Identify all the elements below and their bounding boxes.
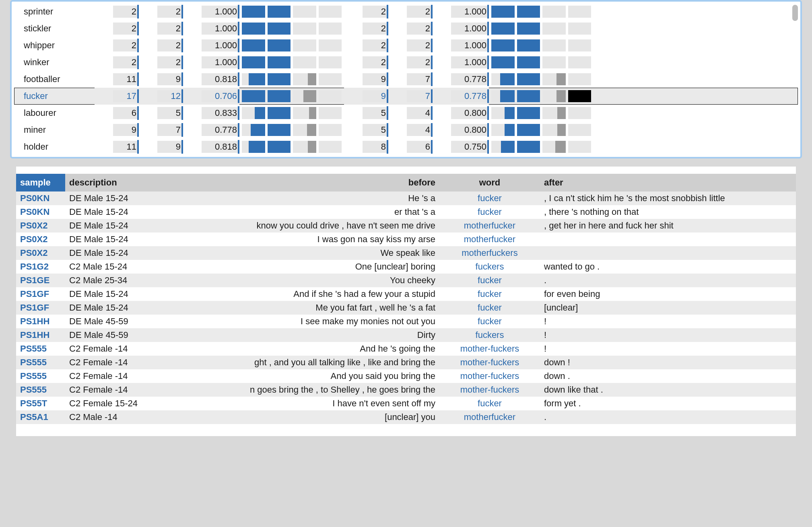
header-description[interactable]: description bbox=[65, 174, 178, 191]
frequency-bars bbox=[489, 3, 594, 20]
header-sample[interactable]: sample bbox=[16, 174, 65, 191]
frequency-bars bbox=[489, 37, 594, 54]
sample-id[interactable]: PS0KN bbox=[16, 191, 65, 205]
context-before: And you said you bring the bbox=[178, 369, 439, 383]
keyword[interactable]: motherfucker bbox=[439, 233, 540, 246]
keyword[interactable]: fucker bbox=[439, 301, 540, 315]
concordance-row[interactable]: PS5A1C2 Male -14[unclear] youmotherfucke… bbox=[16, 410, 796, 424]
sample-id[interactable]: PS0KN bbox=[16, 205, 65, 219]
frequency-term: labourer bbox=[14, 105, 95, 121]
description: C2 Female -14 bbox=[65, 356, 178, 369]
concordance-row[interactable]: PS0KNDE Male 15-24er that 's afucker, th… bbox=[16, 205, 796, 219]
description: C2 Male -14 bbox=[65, 410, 178, 424]
frequency-row[interactable]: stickler221.000221.000 bbox=[14, 20, 798, 37]
frequency-value: 4 bbox=[388, 105, 433, 121]
sample-id[interactable]: PS0X2 bbox=[16, 219, 65, 233]
context-after: . bbox=[540, 410, 796, 424]
frequency-value: 0.706 bbox=[183, 88, 239, 105]
frequency-row[interactable]: miner970.778540.800 bbox=[14, 121, 798, 138]
sample-id[interactable]: PS1GE bbox=[16, 274, 65, 287]
concordance-row[interactable]: PS1HHDE Male 45-59I see make my monies n… bbox=[16, 315, 796, 328]
header-word[interactable]: word bbox=[439, 174, 540, 191]
sample-id[interactable]: PS0X2 bbox=[16, 246, 65, 260]
frequency-value: 2 bbox=[344, 20, 388, 37]
context-after bbox=[540, 246, 796, 260]
frequency-row[interactable]: labourer650.833540.800 bbox=[14, 105, 798, 121]
frequency-row[interactable]: footballer1190.818970.778 bbox=[14, 71, 798, 88]
frequency-value: 1.000 bbox=[183, 37, 239, 54]
sample-id[interactable]: PS0X2 bbox=[16, 233, 65, 246]
sample-id[interactable]: PS555 bbox=[16, 356, 65, 369]
frequency-row[interactable]: fucker17120.706970.778 bbox=[14, 88, 798, 105]
concordance-row[interactable]: PS1GFDE Male 15-24Me you fat fart , well… bbox=[16, 301, 796, 315]
frequency-term: sprinter bbox=[14, 3, 95, 20]
frequency-value: 1.000 bbox=[433, 54, 489, 71]
concordance-row[interactable]: PS555C2 Female -14And he 's going themot… bbox=[16, 342, 796, 356]
concordance-row[interactable]: PS1G2C2 Male 15-24One [unclear] boringfu… bbox=[16, 260, 796, 274]
description: DE Male 15-24 bbox=[65, 205, 178, 219]
frequency-value: 2 bbox=[139, 3, 183, 20]
frequency-row[interactable]: whipper221.000221.000 bbox=[14, 37, 798, 54]
concordance-row[interactable]: PS0X2DE Male 15-24I was gon na say kiss … bbox=[16, 233, 796, 246]
keyword[interactable]: mother-fuckers bbox=[439, 342, 540, 356]
keyword[interactable]: fucker bbox=[439, 315, 540, 328]
sample-id[interactable]: PS1G2 bbox=[16, 260, 65, 274]
scrollbar-thumb[interactable] bbox=[792, 5, 798, 21]
keyword[interactable]: fucker bbox=[439, 287, 540, 301]
context-after: wanted to go . bbox=[540, 260, 796, 274]
keyword[interactable]: motherfuckers bbox=[439, 246, 540, 260]
frequency-value: 2 bbox=[344, 3, 388, 20]
sample-id[interactable]: PS1HH bbox=[16, 315, 65, 328]
concordance-row[interactable]: PS1GFDE Male 15-24And if she 's had a fe… bbox=[16, 287, 796, 301]
concordance-row[interactable]: PS1HHDE Male 45-59Dirtyfuckers! bbox=[16, 328, 796, 342]
concordance-row[interactable]: PS555C2 Female -14ght , and you all talk… bbox=[16, 356, 796, 369]
sample-id[interactable]: PS555 bbox=[16, 369, 65, 383]
keyword[interactable]: mother-fuckers bbox=[439, 383, 540, 397]
frequency-bars bbox=[489, 138, 594, 155]
context-after bbox=[540, 233, 796, 246]
frequency-row[interactable]: sprinter221.000221.000 bbox=[14, 3, 798, 20]
header-after[interactable]: after bbox=[540, 174, 796, 191]
frequency-value: 0.778 bbox=[433, 71, 489, 88]
keyword[interactable]: mother-fuckers bbox=[439, 369, 540, 383]
keyword[interactable]: fucker bbox=[439, 397, 540, 410]
frequency-value: 7 bbox=[388, 71, 433, 88]
concordance-row[interactable]: PS555C2 Female -14n goes bring the , to … bbox=[16, 383, 796, 397]
context-before: And if she 's had a few your a stupid bbox=[178, 287, 439, 301]
frequency-row[interactable]: holder1190.818860.750 bbox=[14, 138, 798, 155]
description: C2 Female -14 bbox=[65, 369, 178, 383]
concordance-row[interactable]: PS0KNDE Male 15-24He 's afucker, I ca n'… bbox=[16, 191, 796, 205]
keyword[interactable]: fucker bbox=[439, 191, 540, 205]
frequency-value: 5 bbox=[344, 121, 388, 138]
scrollbar[interactable] bbox=[792, 5, 798, 21]
sample-id[interactable]: PS1GF bbox=[16, 287, 65, 301]
header-before[interactable]: before bbox=[178, 174, 439, 191]
keyword[interactable]: fuckers bbox=[439, 328, 540, 342]
frequency-row[interactable]: winker221.000221.000 bbox=[14, 54, 798, 71]
keyword[interactable]: motherfucker bbox=[439, 410, 540, 424]
frequency-value: 2 bbox=[139, 54, 183, 71]
frequency-value: 1.000 bbox=[183, 54, 239, 71]
description: C2 Female 15-24 bbox=[65, 397, 178, 410]
context-before: know you could drive , have n't seen me … bbox=[178, 219, 439, 233]
keyword[interactable]: motherfucker bbox=[439, 219, 540, 233]
concordance-row[interactable]: PS0X2DE Male 15-24We speak likemotherfuc… bbox=[16, 246, 796, 260]
frequency-value: 2 bbox=[388, 37, 433, 54]
sample-id[interactable]: PS5A1 bbox=[16, 410, 65, 424]
frequency-term: miner bbox=[14, 121, 95, 138]
sample-id[interactable]: PS1GF bbox=[16, 301, 65, 315]
sample-id[interactable]: PS555 bbox=[16, 342, 65, 356]
keyword[interactable]: fucker bbox=[439, 274, 540, 287]
keyword[interactable]: fucker bbox=[439, 205, 540, 219]
sample-id[interactable]: PS555 bbox=[16, 383, 65, 397]
frequency-term: fucker bbox=[14, 88, 95, 105]
keyword[interactable]: fuckers bbox=[439, 260, 540, 274]
sample-id[interactable]: PS55T bbox=[16, 397, 65, 410]
sample-id[interactable]: PS1HH bbox=[16, 328, 65, 342]
concordance-row[interactable]: PS55TC2 Female 15-24I have n't even sent… bbox=[16, 397, 796, 410]
concordance-row[interactable]: PS555C2 Female -14And you said you bring… bbox=[16, 369, 796, 383]
concordance-row[interactable]: PS0X2DE Male 15-24know you could drive ,… bbox=[16, 219, 796, 233]
keyword[interactable]: mother-fuckers bbox=[439, 356, 540, 369]
concordance-row[interactable]: PS1GEC2 Male 25-34You cheekyfucker. bbox=[16, 274, 796, 287]
frequency-bars bbox=[239, 3, 344, 20]
